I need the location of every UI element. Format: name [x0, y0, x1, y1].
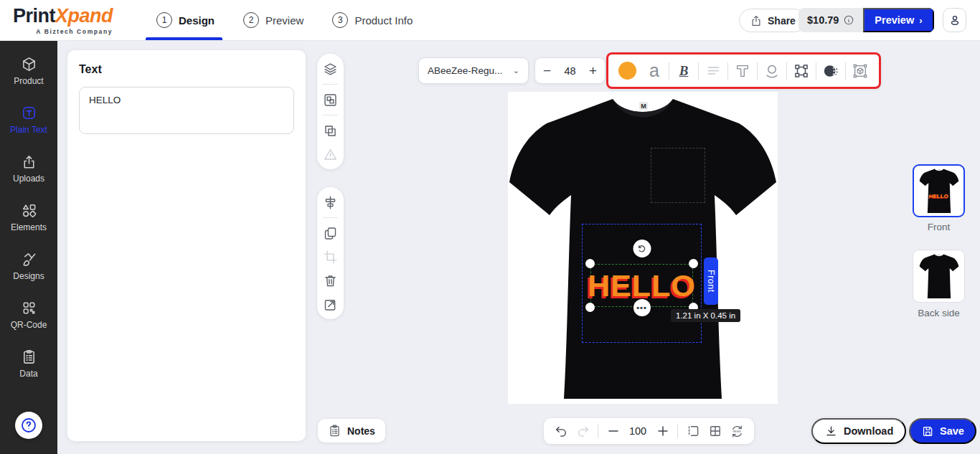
- resize-handle-top-left[interactable]: [585, 259, 595, 268]
- design-canvas[interactable]: Front HELLO ••• 1.21 in X 0.45 in: [508, 92, 778, 404]
- step-preview-label: Preview: [265, 14, 303, 27]
- bold-button[interactable]: B: [670, 57, 697, 85]
- more-options-handle[interactable]: •••: [633, 299, 651, 316]
- font-family-value: ABeeZee-Regu...: [428, 65, 502, 76]
- resize-button[interactable]: [322, 295, 339, 313]
- crop-icon: [323, 250, 338, 265]
- curve-text-button[interactable]: [758, 57, 786, 85]
- divider: [727, 62, 728, 80]
- group-button[interactable]: [322, 91, 339, 108]
- delete-button[interactable]: [322, 272, 339, 289]
- share-button[interactable]: Share: [739, 9, 806, 32]
- font-size-decrease-button[interactable]: −: [543, 64, 551, 77]
- text-align-icon: [706, 63, 721, 78]
- notes-label: Notes: [347, 425, 375, 437]
- pattern-fill-button[interactable]: [817, 57, 844, 85]
- back-thumb-image: [918, 253, 960, 299]
- rotate-icon: [637, 244, 647, 254]
- text-outline-button[interactable]: [729, 57, 756, 85]
- zoom-in-button[interactable]: [653, 422, 672, 441]
- thumbnail-front[interactable]: HELLO: [913, 164, 965, 217]
- text-color-button[interactable]: [613, 57, 641, 85]
- logo-tagline: A Biztech Company: [13, 28, 113, 35]
- dimension-tooltip: 1.21 in X 0.45 in: [671, 309, 740, 322]
- help-question-icon: [20, 417, 37, 434]
- font-family-select[interactable]: ABeeZee-Regu... ⌄: [418, 57, 529, 84]
- transform-icon: [793, 63, 809, 79]
- notes-button[interactable]: Notes: [318, 419, 385, 443]
- ungroup-button[interactable]: [322, 122, 339, 139]
- ungroup-icon: [323, 123, 338, 138]
- warning-button[interactable]: [322, 146, 339, 163]
- perspective-button[interactable]: [847, 57, 874, 85]
- step-preview-number: 2: [243, 12, 259, 28]
- pocket-print-area[interactable]: [651, 148, 705, 203]
- side-tab-front[interactable]: Front: [704, 257, 718, 305]
- grid-button[interactable]: [705, 422, 725, 441]
- minus-icon: [607, 425, 620, 438]
- front-thumb-image: [918, 168, 960, 214]
- font-case-button[interactable]: a: [641, 57, 668, 85]
- text-align-button[interactable]: [699, 57, 727, 85]
- undo-button[interactable]: [551, 422, 570, 441]
- help-button[interactable]: [15, 412, 42, 439]
- sidebar-item-qr-code[interactable]: QR-Code: [0, 290, 57, 339]
- preview-button[interactable]: Preview ›: [863, 8, 933, 32]
- logo-text-print: Print: [13, 5, 55, 27]
- step-preview[interactable]: 2 Preview: [243, 12, 303, 28]
- sidebar-item-label: Plain Text: [10, 125, 47, 135]
- transform-button[interactable]: [788, 57, 815, 85]
- sidebar-item-data[interactable]: Data: [0, 339, 57, 388]
- sidebar-item-designs[interactable]: Designs: [0, 242, 57, 290]
- zoom-out-button[interactable]: [603, 422, 623, 441]
- layers-button[interactable]: [322, 60, 339, 77]
- resize-handle-top-right[interactable]: [689, 259, 698, 268]
- duplicate-icon: [323, 226, 338, 241]
- reset-button[interactable]: RESET: [727, 422, 747, 441]
- crop-button[interactable]: [322, 248, 339, 265]
- elements-shapes-icon: [21, 202, 37, 219]
- font-size-stepper: − 48 +: [534, 57, 606, 84]
- price-info-icon[interactable]: [843, 14, 854, 26]
- save-button[interactable]: Save: [909, 418, 976, 444]
- text-outline-icon: [735, 63, 750, 79]
- thumbnail-back[interactable]: [913, 250, 965, 303]
- data-clipboard-icon: [21, 349, 37, 365]
- canvas-zoom-toolbar: 100 RESET: [544, 418, 754, 444]
- download-icon: [824, 425, 838, 438]
- divider: [323, 217, 338, 218]
- divider: [845, 62, 846, 80]
- perspective-3d-icon: [852, 63, 868, 79]
- text-selection-box[interactable]: HELLO •••: [590, 264, 693, 307]
- grid-icon: [708, 424, 722, 438]
- rotate-handle[interactable]: [633, 240, 651, 257]
- sidebar-item-label: Designs: [13, 271, 44, 281]
- step-product-info[interactable]: 3 Product Info: [332, 12, 413, 28]
- sidebar-item-product[interactable]: Product: [0, 47, 57, 95]
- duplicate-button[interactable]: [322, 224, 339, 242]
- divider: [669, 62, 669, 80]
- lowercase-a-icon: a: [649, 62, 659, 80]
- layers-icon: [323, 62, 338, 77]
- redo-button[interactable]: [573, 422, 593, 441]
- text-input[interactable]: HELLO: [79, 87, 294, 134]
- reset-label: RESET: [732, 430, 742, 432]
- thumbnail-back-label: Back side: [904, 308, 974, 318]
- printxpand-logo: PrintXpand A Biztech Company: [13, 5, 113, 35]
- resize-arrow-icon: [323, 297, 338, 312]
- download-button[interactable]: Download: [811, 418, 906, 444]
- sidebar-item-plain-text[interactable]: Plain Text: [0, 95, 57, 144]
- divider: [677, 424, 678, 438]
- divider: [786, 62, 787, 80]
- resize-handle-bottom-left[interactable]: [585, 303, 595, 312]
- font-size-increase-button[interactable]: +: [589, 64, 597, 77]
- price-badge: $10.79: [798, 8, 863, 32]
- step-design[interactable]: 1 Design: [156, 12, 215, 28]
- sidebar-item-uploads[interactable]: Uploads: [0, 144, 57, 193]
- active-step-underline: [146, 37, 222, 40]
- step-design-number: 1: [156, 12, 172, 28]
- account-button[interactable]: [943, 8, 966, 32]
- align-center-button[interactable]: [322, 194, 339, 211]
- sidebar-item-elements[interactable]: Elements: [0, 193, 57, 242]
- snap-borders-button[interactable]: [683, 422, 702, 441]
